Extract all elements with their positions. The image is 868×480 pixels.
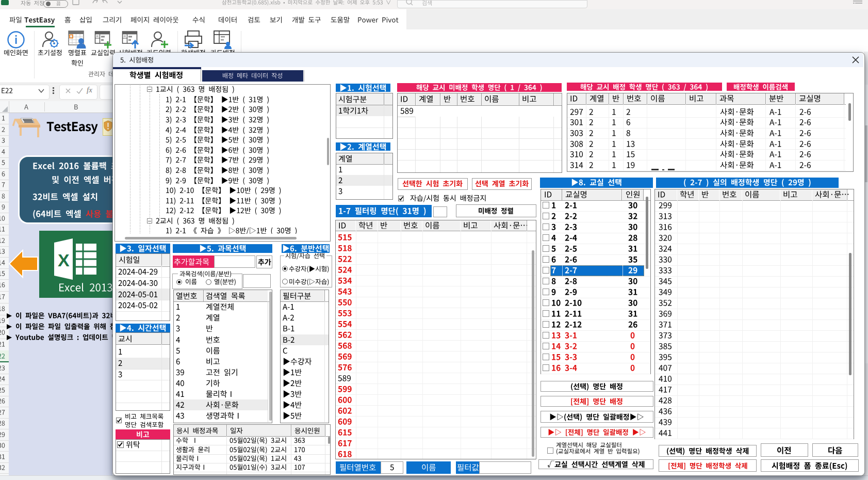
svg-text:X: X [58,250,70,270]
